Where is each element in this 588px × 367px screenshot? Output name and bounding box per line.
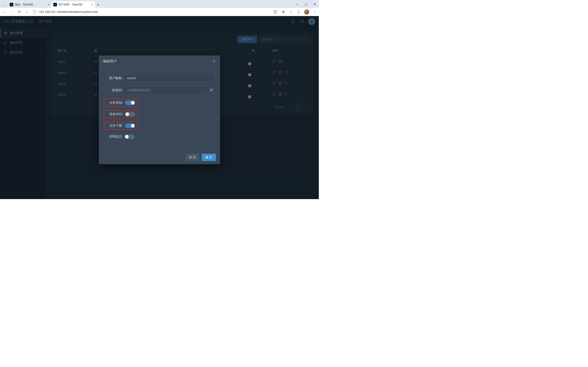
kebab-menu-icon[interactable]: ⋮ [312,9,317,15]
close-icon[interactable]: × [91,3,93,6]
new-tab-button[interactable]: + [95,2,101,8]
minimize-icon[interactable]: — [294,1,300,7]
allow-copy-label: 允许复制: [107,101,123,105]
allow-copy-toggle[interactable] [125,100,135,105]
home-icon[interactable]: ⌂ [24,9,29,15]
browser-tab[interactable]: t 用户管理 - TitanIDE × [52,1,95,8]
enabled-toggle[interactable] [124,134,135,139]
password-label: 新密码: [104,88,123,92]
tab-title: 用户管理 - TitanIDE [58,3,90,7]
browser-tab-strip: ⌄ t 项目 - TitanIDE × t 用户管理 - TitanIDE × … [0,0,319,8]
browser-address-bar: ← → ⟳ ⌂ ⓘ 192.168.101.144/ide/web/admin/… [0,8,319,16]
cancel-button[interactable]: 取 消 [185,154,199,161]
edit-user-dialog: 编辑用户 ✕ 用户昵称: 新密码: 允许复制: [99,56,220,164]
enabled-label: 启用状态: [104,135,123,139]
favicon-icon: t [10,3,13,6]
reload-icon[interactable]: ⟳ [17,9,22,15]
ok-button[interactable]: 确 定 [202,154,216,161]
zoom-icon[interactable]: ⊕ [281,9,286,15]
back-icon[interactable]: ← [2,9,7,15]
url-text[interactable]: 192.168.101.144/ide/web/admin/systemUser [39,10,98,14]
watermark-label: 添加水印: [107,112,123,116]
close-icon[interactable]: × [48,3,50,6]
browser-tab[interactable]: t 项目 - TitanIDE × [8,1,52,8]
favicon-icon: t [53,3,57,6]
password-key-icon[interactable]: ⚿ [273,9,278,15]
highlight-allow-copy: 允许复制: [104,99,138,107]
nickname-label: 用户昵称: [104,76,123,80]
allow-download-label: 允许下载: [107,124,123,128]
maximize-icon[interactable]: ▢ [303,1,309,7]
site-info-icon[interactable]: ⓘ [32,9,37,15]
eye-off-icon[interactable] [208,88,215,93]
app-root: <t> TITANIDE 用户管理 a 用户管理 授权管理 [0,16,319,199]
highlight-allow-download: 允许下载: [104,122,138,130]
nickname-input[interactable] [124,74,215,82]
dialog-title: 编辑用户 [103,59,117,64]
tab-title: 项目 - TitanIDE [15,3,46,7]
downloads-icon[interactable]: ⭳ [296,9,301,15]
allow-download-toggle[interactable] [125,123,135,128]
password-input[interactable] [124,86,208,94]
bookmark-star-icon[interactable]: ☆ [288,9,294,15]
watermark-toggle[interactable] [125,112,135,117]
close-window-icon[interactable]: ✕ [312,1,317,7]
profile-avatar-icon[interactable] [304,9,309,15]
highlight-watermark: 添加水印: [104,110,138,118]
tab-search-dropdown[interactable]: ⌄ [2,2,7,7]
forward-icon[interactable]: → [9,9,15,15]
dialog-close-icon[interactable]: ✕ [212,59,216,64]
